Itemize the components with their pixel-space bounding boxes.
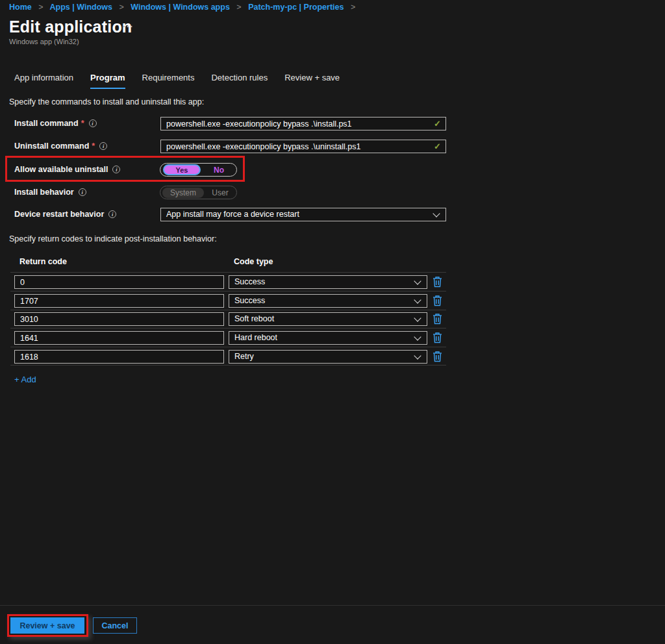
install-command-label: Install command*i bbox=[14, 117, 97, 130]
code-type-value: Retry bbox=[234, 352, 254, 361]
code-type-value: Hard reboot bbox=[234, 333, 277, 342]
delete-row-button[interactable] bbox=[431, 313, 443, 325]
uninstall-command-field-wrap: ✓ bbox=[160, 140, 446, 153]
review-save-button[interactable]: Review + save bbox=[10, 617, 84, 634]
return-code-input[interactable] bbox=[14, 294, 224, 308]
chevron-down-icon bbox=[433, 210, 440, 217]
breadcrumb-separator: > bbox=[38, 3, 43, 12]
table-divider bbox=[10, 328, 446, 328]
breadcrumb: Home > Apps | Windows > Windows | Window… bbox=[9, 3, 360, 12]
table-divider bbox=[10, 347, 446, 347]
install-command-input[interactable] bbox=[160, 117, 446, 130]
install-behavior-row: Install behaviori System User bbox=[0, 186, 665, 199]
valid-check-icon: ✓ bbox=[434, 142, 441, 151]
valid-check-icon: ✓ bbox=[434, 119, 441, 129]
return-code-row: Success bbox=[0, 275, 665, 289]
breadcrumb-separator: > bbox=[236, 3, 241, 12]
device-restart-behavior-value: App install may force a device restart bbox=[166, 210, 299, 219]
toggle-option-yes[interactable]: Yes bbox=[163, 164, 201, 175]
required-marker: * bbox=[81, 119, 84, 128]
more-options-icon[interactable]: ··· bbox=[123, 21, 134, 32]
tab-detection-rules[interactable]: Detection rules bbox=[211, 73, 268, 89]
return-code-row: Hard reboot bbox=[0, 331, 665, 345]
info-icon[interactable]: i bbox=[79, 188, 86, 196]
code-type-dropdown-wrap: Retry bbox=[229, 350, 427, 364]
column-header-code-type: Code type bbox=[234, 257, 273, 266]
uninstall-command-label-text: Uninstall command bbox=[14, 142, 89, 151]
add-return-code-link[interactable]: + Add bbox=[14, 375, 36, 384]
install-behavior-toggle: System User bbox=[160, 186, 237, 199]
delete-row-button[interactable] bbox=[431, 332, 443, 344]
breadcrumb-link-home[interactable]: Home bbox=[9, 3, 32, 12]
uninstall-command-input[interactable] bbox=[160, 140, 446, 153]
install-command-field-wrap: ✓ bbox=[160, 117, 446, 130]
return-code-input[interactable] bbox=[14, 312, 224, 326]
code-type-dropdown-wrap: Success bbox=[229, 275, 427, 289]
install-command-label-text: Install command bbox=[14, 119, 79, 128]
return-code-row: Soft reboot bbox=[0, 312, 665, 326]
delete-row-button[interactable] bbox=[431, 351, 443, 363]
device-restart-behavior-label-text: Device restart behavior bbox=[14, 210, 104, 219]
breadcrumb-link-patch-my-pc-properties[interactable]: Patch-my-pc | Properties bbox=[248, 3, 344, 12]
info-icon[interactable]: i bbox=[108, 210, 116, 218]
code-type-value: Soft reboot bbox=[234, 314, 274, 323]
trash-icon bbox=[433, 295, 442, 306]
required-marker: * bbox=[92, 142, 95, 151]
code-type-dropdown-wrap: Soft reboot bbox=[229, 312, 427, 326]
table-divider bbox=[10, 310, 446, 310]
tab-bar: App information Program Requirements Det… bbox=[14, 73, 340, 89]
commands-intro-text: Specify the commands to install and unin… bbox=[9, 97, 204, 106]
footer-divider bbox=[0, 605, 665, 606]
uninstall-command-label: Uninstall command*i bbox=[14, 140, 107, 153]
info-icon[interactable]: i bbox=[99, 142, 107, 150]
install-behavior-label: Install behaviori bbox=[14, 186, 86, 199]
code-type-dropdown-wrap: Success bbox=[229, 294, 427, 308]
return-code-row: Success bbox=[0, 294, 665, 308]
uninstall-command-row: Uninstall command*i ✓ bbox=[0, 140, 665, 153]
page-title: Edit application bbox=[9, 18, 132, 36]
code-type-dropdown[interactable]: Retry bbox=[229, 350, 427, 364]
return-code-input[interactable] bbox=[14, 331, 224, 345]
trash-icon bbox=[433, 351, 442, 362]
breadcrumb-separator: > bbox=[351, 3, 355, 12]
allow-available-uninstall-toggle[interactable]: Yes No bbox=[160, 163, 237, 177]
trash-icon bbox=[433, 313, 442, 325]
info-icon[interactable]: i bbox=[112, 166, 120, 173]
chevron-down-icon bbox=[414, 296, 421, 303]
device-restart-behavior-label: Device restart behaviori bbox=[14, 208, 116, 221]
device-restart-behavior-dropdown[interactable]: App install may force a device restart bbox=[160, 208, 446, 221]
tab-review-save[interactable]: Review + save bbox=[284, 73, 340, 89]
tab-app-information[interactable]: App information bbox=[14, 73, 73, 89]
chevron-down-icon bbox=[414, 277, 421, 284]
tab-requirements[interactable]: Requirements bbox=[142, 73, 195, 89]
delete-row-button[interactable] bbox=[431, 295, 443, 307]
chevron-down-icon bbox=[414, 314, 421, 321]
install-behavior-label-text: Install behavior bbox=[14, 188, 74, 197]
breadcrumb-link-windows-apps[interactable]: Windows | Windows apps bbox=[131, 3, 230, 12]
return-code-input[interactable] bbox=[14, 275, 224, 289]
delete-row-button[interactable] bbox=[431, 276, 443, 288]
code-type-dropdown[interactable]: Soft reboot bbox=[229, 312, 427, 326]
allow-available-uninstall-label: Allow available uninstalli bbox=[14, 163, 120, 177]
table-divider bbox=[10, 272, 446, 273]
cancel-button[interactable]: Cancel bbox=[93, 617, 137, 634]
page-subtitle: Windows app (Win32) bbox=[9, 38, 79, 45]
code-type-dropdown[interactable]: Success bbox=[229, 294, 427, 308]
info-icon[interactable]: i bbox=[89, 119, 97, 127]
table-divider bbox=[10, 291, 446, 291]
toggle-option-user: User bbox=[206, 186, 234, 199]
return-code-row: Retry bbox=[0, 350, 665, 364]
toggle-option-no[interactable]: No bbox=[203, 164, 234, 177]
chevron-down-icon bbox=[414, 333, 421, 340]
code-type-dropdown[interactable]: Hard reboot bbox=[229, 331, 427, 345]
allow-available-uninstall-row: Allow available uninstalli Yes No bbox=[0, 163, 665, 177]
code-type-value: Success bbox=[234, 277, 265, 286]
breadcrumb-separator: > bbox=[119, 3, 123, 12]
return-code-input[interactable] bbox=[14, 350, 224, 364]
breadcrumb-link-apps-windows[interactable]: Apps | Windows bbox=[50, 3, 112, 12]
tab-program[interactable]: Program bbox=[90, 73, 125, 89]
column-header-return-code: Return code bbox=[19, 257, 67, 266]
toggle-option-system: System bbox=[162, 188, 204, 198]
chevron-down-icon bbox=[414, 352, 421, 359]
code-type-dropdown[interactable]: Success bbox=[229, 275, 427, 289]
